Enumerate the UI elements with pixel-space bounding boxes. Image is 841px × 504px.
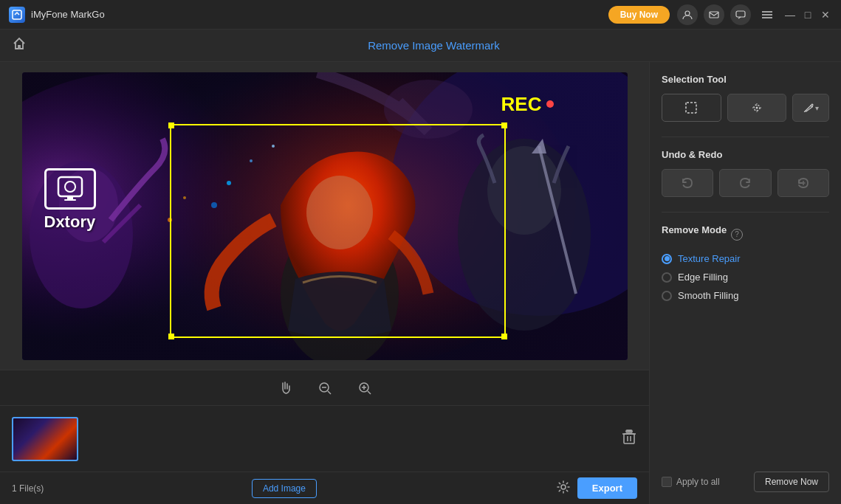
buy-now-button[interactable]: Buy Now bbox=[608, 6, 670, 24]
svg-point-21 bbox=[211, 202, 217, 208]
svg-point-43 bbox=[561, 485, 566, 489]
svg-point-46 bbox=[755, 107, 758, 109]
help-icon[interactable]: ? bbox=[731, 229, 743, 241]
right-panel: Selection Tool bbox=[649, 62, 841, 504]
svg-point-24 bbox=[183, 196, 186, 199]
redo-button[interactable] bbox=[719, 169, 771, 197]
apply-all-checkbox[interactable] bbox=[662, 477, 672, 487]
radio-inner-dot bbox=[665, 256, 670, 261]
texture-repair-label: Texture Repair bbox=[678, 253, 741, 264]
undo-redo-section: Undo & Redo bbox=[662, 149, 829, 212]
watermark-area: Dxtory bbox=[44, 168, 96, 232]
settings-button[interactable] bbox=[557, 480, 570, 497]
selection-tool-section: Selection Tool bbox=[662, 74, 829, 137]
remove-mode-section: Remove Mode ? Texture Repair Edge Fillin… bbox=[662, 224, 829, 308]
canvas-area: REC Dxtory bbox=[0, 62, 649, 504]
smooth-filling-label: Smooth Filling bbox=[678, 290, 738, 301]
rec-indicator: REC bbox=[501, 93, 554, 116]
rect-select-button[interactable] bbox=[662, 94, 721, 122]
apply-all-label: Apply to all bbox=[676, 477, 720, 487]
divider-1 bbox=[662, 137, 829, 137]
thumbnail-image[interactable] bbox=[12, 417, 78, 461]
zoom-in-button[interactable] bbox=[352, 376, 377, 401]
header-bar: Remove Image Watermark bbox=[0, 30, 841, 62]
toolbar bbox=[0, 370, 649, 405]
hand-tool-button[interactable] bbox=[272, 376, 298, 401]
zoom-out-button[interactable] bbox=[312, 376, 337, 401]
texture-repair-radio[interactable] bbox=[662, 254, 672, 264]
undo-redo-title: Undo & Redo bbox=[662, 149, 829, 160]
svg-rect-44 bbox=[686, 103, 696, 113]
svg-point-22 bbox=[272, 145, 275, 148]
svg-line-51 bbox=[804, 111, 805, 112]
close-button[interactable]: ✕ bbox=[819, 8, 832, 21]
main-content: REC Dxtory bbox=[0, 62, 841, 504]
reset-button[interactable] bbox=[778, 169, 829, 197]
home-button[interactable] bbox=[12, 36, 27, 55]
svg-point-14 bbox=[306, 176, 373, 249]
svg-rect-28 bbox=[64, 199, 76, 201]
add-image-button[interactable]: Add Image bbox=[252, 479, 317, 498]
remove-mode-title: Remove Mode bbox=[662, 224, 727, 235]
remove-mode-header: Remove Mode ? bbox=[662, 224, 829, 244]
delete-button[interactable] bbox=[621, 429, 637, 449]
svg-rect-0 bbox=[13, 10, 21, 19]
svg-rect-36 bbox=[624, 434, 634, 443]
svg-point-19 bbox=[227, 181, 231, 185]
minimize-button[interactable]: — bbox=[783, 8, 797, 21]
texture-repair-option[interactable]: Texture Repair bbox=[662, 253, 829, 264]
watermark-text: Dxtory bbox=[44, 213, 96, 232]
svg-point-26 bbox=[65, 182, 75, 192]
svg-point-20 bbox=[250, 159, 253, 162]
undo-redo-group bbox=[662, 169, 829, 197]
svg-line-31 bbox=[328, 391, 331, 394]
svg-rect-25 bbox=[58, 177, 82, 196]
svg-point-23 bbox=[168, 218, 172, 222]
file-count: 1 File(s) bbox=[12, 483, 252, 494]
export-button[interactable]: Export bbox=[577, 477, 637, 499]
menu-icon[interactable] bbox=[757, 4, 778, 25]
apply-remove-row: Apply to all Remove Now bbox=[662, 457, 829, 492]
svg-rect-27 bbox=[67, 196, 73, 199]
smooth-filling-radio[interactable] bbox=[662, 291, 672, 301]
page-title: Remove Image Watermark bbox=[38, 39, 829, 52]
divider-2 bbox=[662, 212, 829, 213]
main-image: REC Dxtory bbox=[22, 72, 628, 360]
remove-now-button[interactable]: Remove Now bbox=[754, 472, 829, 492]
watermark-icon bbox=[44, 168, 96, 210]
title-bar: iMyFone MarkGo Buy Now bbox=[0, 0, 841, 30]
maximize-button[interactable]: □ bbox=[801, 8, 814, 21]
svg-rect-2 bbox=[710, 12, 718, 18]
selection-tools-group: ▾ bbox=[662, 94, 829, 122]
svg-line-35 bbox=[368, 391, 371, 394]
user-icon[interactable] bbox=[677, 4, 698, 25]
apply-all-group: Apply to all bbox=[662, 477, 720, 487]
image-container: REC Dxtory bbox=[0, 62, 649, 370]
app-title: iMyFone MarkGo bbox=[31, 9, 608, 20]
edge-filling-radio[interactable] bbox=[662, 272, 672, 283]
thumbnail-strip bbox=[0, 405, 649, 472]
rec-dot bbox=[546, 100, 554, 108]
smooth-filling-option[interactable]: Smooth Filling bbox=[662, 290, 829, 301]
edge-filling-label: Edge Filling bbox=[678, 272, 728, 283]
svg-point-18 bbox=[384, 80, 473, 139]
pen-select-button[interactable]: ▾ bbox=[792, 94, 829, 122]
svg-rect-3 bbox=[736, 11, 745, 17]
chat-icon[interactable] bbox=[730, 4, 751, 25]
svg-point-1 bbox=[685, 11, 690, 15]
lasso-select-button[interactable] bbox=[727, 94, 787, 122]
rec-label: REC bbox=[501, 93, 542, 116]
undo-button[interactable] bbox=[662, 169, 713, 197]
bottom-bar: 1 File(s) Add Image Export bbox=[0, 472, 649, 504]
edge-filling-option[interactable]: Edge Filling bbox=[662, 272, 829, 283]
selection-tool-title: Selection Tool bbox=[662, 74, 829, 85]
mail-icon[interactable] bbox=[704, 4, 724, 25]
app-logo bbox=[9, 7, 25, 23]
